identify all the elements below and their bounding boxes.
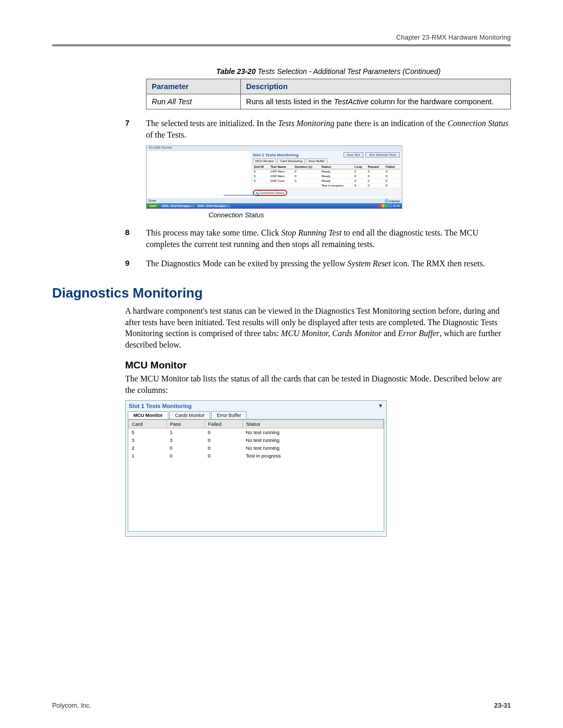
section-heading-diagnostics-monitoring: Diagnostics Monitoring [52,285,511,301]
step-number: 8 [125,227,146,250]
table-row: 330No test running [129,436,384,444]
callout-arrow [224,195,260,195]
step-7: 7 The selected tests are initialized. In… [125,118,511,140]
cell-param: Run All Test [146,94,241,109]
table-row: 5DSP Mem0Ready000 [253,174,400,179]
table-row: 510No test running [129,428,384,436]
tab-cards-monitor[interactable]: Cards Monitor [169,411,211,419]
system-tray: 16:50 [378,204,402,207]
shot1-table: Unit ID Test Name Duration (s) Status Lo… [253,164,400,188]
table-row: Test in progress000 [253,183,400,188]
table-row: 100Test in progress [129,452,384,460]
step-9: 9 The Diagnostics Mode can be exited by … [125,258,511,269]
subsection-body: The MCU Monitor tab lists the status of … [125,373,511,396]
tab-error-buffer[interactable]: Error Buffer [306,158,327,163]
header-rule [52,44,511,46]
step-number: 7 [125,118,146,140]
table-row: 200No test running [129,444,384,452]
tab-mcu-monitor[interactable]: MCU Monitor [128,411,168,419]
shot1-top: 10 LAN1 Normal [146,146,402,151]
ie-status-bar: Done 🌐 Internet [146,198,402,203]
tab-mcu-monitor[interactable]: MCU Monitor [253,158,276,163]
table-caption: Table 23-20 Tests Selection - Additional… [146,67,511,76]
table-row: Run All Test Runs all tests listed in th… [146,94,511,109]
windows-taskbar: start EMA - Shell Managem… EMA - Shell M… [146,203,402,208]
page-number: 23-31 [494,702,511,709]
tests-monitoring-screenshot: 10 LAN1 Normal Stop Test Run Selected Te… [146,145,402,209]
step-number: 9 [125,258,146,269]
run-selected-tests-button[interactable]: Run Selected Tests [365,152,400,157]
stop-test-button[interactable]: Stop Test [344,152,364,157]
table-caption-label: Table 23-20 [216,67,256,76]
cell-desc: Runs all tests listed in the TestActive … [241,94,511,109]
table-row: 5DSP Core0Ready000 [253,179,400,183]
col-parameter: Parameter [146,79,241,94]
chapter-header: Chapter 23-RMX Hardware Monitoring [52,34,511,41]
mcu-monitor-table: Card Pass Failed Status 510No test runni… [128,419,384,460]
mcu-monitor-screenshot: Slot 1 Tests Monitoring MCU Monitor Card… [125,400,387,537]
shot1-right-pane: Slot 1 Tests Monitoring MCU Monitor Card… [251,151,402,197]
step-text: The Diagnostics Mode can be exited by pr… [146,258,511,269]
tab-card-monitoring[interactable]: Card Monitoring [277,158,305,163]
page: Chapter 23-RMX Hardware Monitoring Table… [0,0,563,728]
step-text: This process may take some time. Click S… [146,227,511,250]
tab-error-buffer[interactable]: Error Buffer [211,411,247,419]
step-8: 8 This process may take some time. Click… [125,227,511,250]
subsection-heading-mcu-monitor: MCU Monitor [125,360,511,371]
table-row: 5DSP Mem0Ready000 [253,169,400,174]
page-footer: Polycom, Inc. 23-31 [52,702,511,709]
shot2-title: Slot 1 Tests Monitoring [126,401,386,411]
taskbar-item[interactable]: EMA - Shell Managem… [161,204,195,207]
internet-zone: 🌐 Internet [385,199,400,203]
col-description: Description [241,79,511,94]
start-button[interactable]: start [146,203,160,208]
shot1-left-pane [146,151,251,197]
section-body: A hardware component's test status can b… [125,305,511,350]
connection-status-caption: Connection Status [209,211,511,219]
taskbar-item[interactable]: EMA - Shell Managem… [196,204,230,207]
step-text: The selected tests are initialized. In t… [146,118,511,140]
dropdown-icon[interactable]: ▼ [378,403,383,409]
parameter-table: Parameter Description Run All Test Runs … [146,79,511,109]
table-caption-rest: Tests Selection - Additional Test Parame… [255,67,440,76]
footer-company: Polycom, Inc. [52,702,91,709]
